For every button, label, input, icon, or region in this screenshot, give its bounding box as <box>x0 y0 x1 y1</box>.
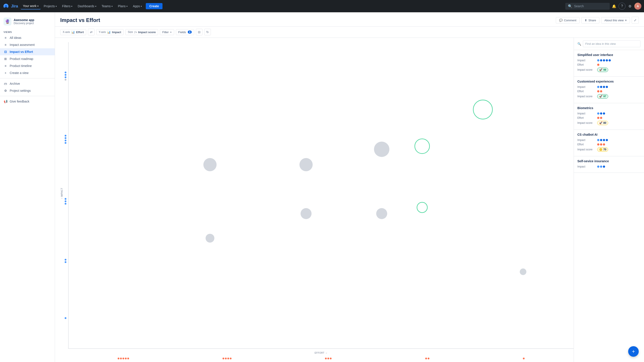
xaxis-label: X-axis <box>63 30 70 34</box>
share-button[interactable]: ⬆ Share <box>581 17 599 23</box>
main-content: Impact vs Effort 💬 Comment ⬆ Share About… <box>55 12 644 362</box>
sidebar-item-product-timeline[interactable]: ≡ Product timeline <box>0 62 55 69</box>
idea-card-self-service: Self-sevice insurance Impact <box>574 156 644 173</box>
y-axis-label: ↑↑ IMPACT IMPACT <box>61 188 63 199</box>
bubble-4[interactable] <box>300 208 312 219</box>
effort-dots <box>597 117 602 119</box>
search-icon: 🔍 <box>568 4 572 8</box>
effort-dots <box>597 143 605 146</box>
nav-projects[interactable]: Projects ▾ <box>42 3 59 9</box>
sidebar-item-impact-assessment[interactable]: ≡ Impact assesment <box>0 41 55 48</box>
search-icon: 🔍 <box>578 42 581 46</box>
xaxis-button[interactable]: X-axis 📊 Effort <box>60 29 86 35</box>
idea-title[interactable]: CS chatbot AI <box>578 133 640 136</box>
effort-field: Effort <box>578 143 640 146</box>
bubble-selected-2[interactable] <box>414 139 430 154</box>
app-layout: 🔮 Awesome app Discovery project VIEWS ≡ … <box>0 12 644 362</box>
y-dots-5 <box>65 317 66 319</box>
settings-icon[interactable]: ⚙ <box>626 3 634 10</box>
feedback-icon: 📢 <box>4 100 8 103</box>
sidebar-item-give-feedback[interactable]: 📢 Give feedback <box>0 98 55 105</box>
bubble-3[interactable] <box>374 142 390 157</box>
sidebar-item-project-settings[interactable]: ⚙ Project settings <box>0 87 55 94</box>
effort-field: Effort <box>578 116 640 119</box>
swap-axes-button[interactable]: ⇄ <box>88 29 94 35</box>
yaxis-button[interactable]: Y-axis 📊 Impact <box>96 29 124 35</box>
help-icon[interactable]: ? <box>618 3 626 10</box>
bubble-6[interactable] <box>206 234 214 243</box>
project-header[interactable]: 🔮 Awesome app Discovery project <box>0 16 55 29</box>
bubble-1[interactable] <box>204 158 216 171</box>
impact-score-badge: 🪙 70 <box>597 147 608 152</box>
user-avatar[interactable]: A <box>634 3 641 10</box>
comment-icon: 💬 <box>559 19 563 22</box>
project-name: Awesome app <box>14 18 34 22</box>
effort-field: Effort <box>578 63 640 66</box>
right-search-area: 🔍 <box>574 38 644 50</box>
bubble-7[interactable] <box>520 268 526 275</box>
fx-icon: ƒx <box>134 31 137 33</box>
refresh-icon: ↻ <box>206 30 209 34</box>
logo[interactable]: Jira <box>3 3 18 9</box>
idea-title[interactable]: Biometrics <box>578 106 640 110</box>
right-panel: 🔍 Simplified user interface Impact <box>574 38 644 362</box>
comment-button[interactable]: 💬 Comment <box>556 17 580 23</box>
bubble-selected-3[interactable] <box>417 202 428 213</box>
nav-filters[interactable]: Filters ▾ <box>60 3 74 9</box>
idea-title[interactable]: Simplified user interface <box>578 53 640 57</box>
impact-field: Impact <box>578 85 640 88</box>
grid-icon: ⊡ <box>4 50 8 54</box>
about-view-button[interactable]: About this view ≡ <box>601 17 630 23</box>
sidebar: 🔮 Awesome app Discovery project VIEWS ≡ … <box>0 12 55 362</box>
bar-chart-icon-y: 📊 <box>107 30 110 34</box>
sidebar-item-archive[interactable]: 🗃 Archive <box>0 80 55 87</box>
notifications-icon[interactable]: 🔔 <box>610 3 618 10</box>
y-dots-2 <box>65 135 66 144</box>
add-fab-button[interactable]: + <box>628 346 639 357</box>
nav-apps[interactable]: Apps ▾ <box>130 3 144 9</box>
size-button[interactable]: Size ƒx Impact score <box>125 29 158 35</box>
nav-teams[interactable]: Teams ▾ <box>100 3 115 9</box>
bubble-5[interactable] <box>376 208 387 219</box>
impact-dots <box>597 139 608 141</box>
score-field: Impact score 🚀 98 <box>578 68 640 72</box>
create-button[interactable]: Create <box>146 3 162 9</box>
idea-title[interactable]: Customised experiences <box>578 80 640 83</box>
chart-area: ↑↑ IMPACT IMPACT <box>55 38 574 362</box>
sidebar-item-create-view[interactable]: + Create a view <box>0 69 55 76</box>
bubble-selected-1[interactable] <box>473 100 493 119</box>
header-actions: 💬 Comment ⬆ Share About this view ≡ ⤢ <box>556 17 639 24</box>
project-subtitle: Discovery project <box>14 22 34 25</box>
idea-card-cs-chatbot: CS chatbot AI Impact Effort <box>574 130 644 156</box>
refresh-button[interactable]: ↻ <box>204 29 211 35</box>
chart-panel: ↑↑ IMPACT IMPACT <box>55 38 644 362</box>
list-icon: ≡ <box>4 64 8 68</box>
xaxis-value: Effort <box>76 30 84 34</box>
impact-field: Impact <box>578 165 640 168</box>
group-button[interactable]: ⊟ <box>196 29 202 35</box>
impact-dots <box>597 86 608 88</box>
filter-label: Filter <box>162 30 169 34</box>
impact-dots <box>597 166 605 168</box>
y-dots-1 <box>65 72 66 81</box>
search-bar[interactable]: 🔍 <box>565 3 610 10</box>
fields-button[interactable]: Fields 4 <box>176 29 194 35</box>
sidebar-item-all-ideas[interactable]: ≡ All ideas <box>0 34 55 41</box>
bubble-2[interactable] <box>300 158 313 171</box>
sidebar-item-impact-vs-effort[interactable]: ⊡ Impact vs Effort <box>0 48 55 55</box>
filter-button[interactable]: Filter + <box>160 29 174 35</box>
nav-your-work[interactable]: Your work ▾ <box>21 3 41 9</box>
nav-plans[interactable]: Plans ▾ <box>116 3 130 9</box>
scatter-plot: EFFORT → <box>68 42 574 349</box>
list-icon: ≡ <box>4 36 8 39</box>
expand-button[interactable]: ⤢ <box>632 17 639 24</box>
idea-title[interactable]: Self-sevice insurance <box>578 159 640 163</box>
coin-icon: 🪙 <box>599 148 602 151</box>
score-field: Impact score 🪙 70 <box>578 147 640 152</box>
archive-icon: 🗃 <box>4 82 8 85</box>
sidebar-item-product-roadmap[interactable]: ⊞ Product roadmap <box>0 55 55 62</box>
search-input[interactable] <box>574 4 607 8</box>
idea-search-input[interactable] <box>583 40 640 47</box>
nav-dashboards[interactable]: Dashboards ▾ <box>76 3 98 9</box>
impact-field: Impact <box>578 59 640 62</box>
